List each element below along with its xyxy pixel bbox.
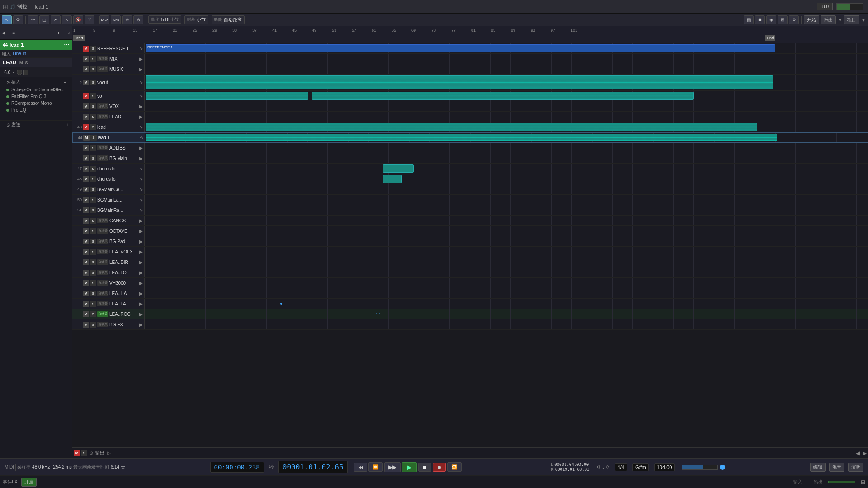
- solo-btn-adlibs[interactable]: S: [90, 145, 96, 151]
- master-solo-btn[interactable]: S: [81, 450, 87, 456]
- bar-display[interactable]: 00001.01.02.65: [278, 461, 348, 473]
- mute-btn-lead44[interactable]: M: [83, 135, 90, 141]
- mute-btn-choruhi[interactable]: M: [83, 166, 89, 172]
- volume-slider[interactable]: [836, 3, 863, 10]
- solo-btn-leahal[interactable]: S: [90, 291, 96, 296]
- solo-btn-choruhi[interactable]: S: [90, 166, 96, 172]
- clip-reference[interactable]: REFERENCE 1: [146, 44, 775, 52]
- auto-btn-learoc[interactable]: 自动关: [97, 311, 108, 317]
- open-btn[interactable]: 开启: [21, 478, 37, 487]
- master-monitor-btn[interactable]: ⊙: [90, 450, 93, 455]
- help-tool[interactable]: ?: [85, 15, 94, 24]
- track-content-bgmain[interactable]: [145, 153, 868, 163]
- volume-value[interactable]: -6.0: [3, 70, 10, 75]
- snap-mode-value[interactable]: 自动距离: [224, 17, 242, 23]
- track-content-gangs[interactable]: [145, 216, 868, 225]
- mute-tool[interactable]: 🔇: [73, 15, 83, 24]
- auto-btn-lead-folder[interactable]: 自动关: [97, 114, 108, 119]
- solo-btn-lead44[interactable]: S: [90, 135, 97, 141]
- plugin-item-3[interactable]: Pro EQ: [0, 107, 72, 113]
- auto-btn-octave[interactable]: 自动关: [97, 228, 108, 234]
- track-content-leahal[interactable]: [145, 288, 868, 298]
- pos-r-value[interactable]: 00019.01.03.03: [555, 467, 590, 472]
- solo-btn-gangs[interactable]: S: [90, 218, 96, 224]
- monitor-btn[interactable]: ◈: [766, 15, 776, 24]
- auto-btn-gangs[interactable]: 自动关: [97, 218, 108, 223]
- pos-l-value[interactable]: 00001.04.03.00: [554, 462, 589, 467]
- auto-btn-leavofx[interactable]: 自动关: [97, 249, 108, 254]
- markers-icon[interactable]: ♦: [57, 30, 60, 35]
- vol-expand-icon[interactable]: ⊞: [861, 479, 865, 485]
- collapse-icon[interactable]: ◀: [2, 30, 5, 35]
- master-volume-slider[interactable]: [682, 465, 718, 470]
- track-content-bgfx[interactable]: [145, 319, 868, 329]
- song-button[interactable]: 乐曲: [821, 15, 836, 24]
- snap-value[interactable]: 小节: [197, 17, 206, 23]
- key-value[interactable]: G#m: [635, 465, 646, 470]
- settings-icon-t[interactable]: ⚙: [597, 465, 601, 469]
- preview-btn-bottom[interactable]: 演听: [848, 463, 863, 472]
- eraser-tool[interactable]: ◻: [39, 15, 49, 24]
- mute-btn-ref[interactable]: M: [83, 46, 89, 52]
- auto-btn-adlibs[interactable]: 自动关: [97, 145, 108, 150]
- mute-btn-chorulo[interactable]: M: [83, 176, 89, 182]
- solo-btn-lealat[interactable]: S: [90, 301, 96, 307]
- track-content-mix[interactable]: [145, 54, 868, 64]
- track-content-leadir[interactable]: [145, 257, 868, 267]
- mute-btn-lead43[interactable]: M: [83, 124, 89, 130]
- go-start-btn[interactable]: ⏮: [354, 463, 367, 472]
- mute-s-btn[interactable]: M: [19, 61, 23, 65]
- solo-btn-chorulo[interactable]: S: [90, 176, 96, 182]
- auto-btn-vh3000[interactable]: 自动关: [97, 280, 108, 286]
- track-content-vh3000[interactable]: [145, 278, 868, 288]
- zoom-tool[interactable]: ⊕: [122, 15, 132, 24]
- plugin-add-btn[interactable]: +: [64, 80, 66, 85]
- start-button[interactable]: 开始: [804, 15, 819, 24]
- song-dropdown[interactable]: ▼: [837, 17, 843, 23]
- mute-btn-mix[interactable]: M: [83, 56, 89, 62]
- time-display[interactable]: 00:00:00.238: [210, 462, 264, 473]
- solo-btn-bgmla[interactable]: S: [90, 197, 96, 203]
- mute-btn-bgpad[interactable]: M: [83, 239, 89, 244]
- settings-btn[interactable]: ⚙: [789, 15, 799, 24]
- track-content-leavofx[interactable]: [145, 247, 868, 257]
- track-content-learoc[interactable]: ⠂⠂: [145, 309, 868, 319]
- mute-btn-bgmra[interactable]: M: [83, 207, 89, 213]
- send-header[interactable]: ⊙ 发送 +: [0, 121, 72, 129]
- mute-btn-leahal[interactable]: M: [83, 291, 89, 296]
- track-content-adlibs[interactable]: [145, 143, 868, 153]
- loop-btn-t[interactable]: 🔁: [447, 462, 462, 472]
- track-content-bgmra[interactable]: [145, 205, 868, 215]
- note-icon[interactable]: ♪: [68, 30, 70, 35]
- plugin-remove-btn[interactable]: -: [68, 80, 69, 85]
- mute-btn-bgmce[interactable]: M: [83, 187, 89, 192]
- quantize-value[interactable]: 1/16: [160, 17, 169, 22]
- input-value[interactable]: Line In L: [13, 51, 30, 56]
- skip-back-tool[interactable]: ⊲⊲: [111, 15, 121, 24]
- solo-btn-leadir[interactable]: S: [90, 259, 96, 265]
- solo-btn-vox[interactable]: S: [90, 103, 96, 109]
- solo-btn-music[interactable]: S: [90, 66, 96, 72]
- tempo-value[interactable]: 104.00: [657, 465, 672, 470]
- solo-btn-bgmce[interactable]: S: [90, 187, 96, 192]
- plugin-item-1[interactable]: FabFilter Pro-Q 3: [0, 93, 72, 100]
- solo-btn-vocut[interactable]: S: [90, 80, 96, 85]
- solo-s-btn[interactable]: S: [25, 61, 28, 65]
- solo-btn-bgmra[interactable]: S: [90, 207, 96, 213]
- track-content-choruhi[interactable]: [145, 164, 868, 174]
- record-btn-t[interactable]: ⏺: [433, 463, 446, 472]
- record-arm-btn[interactable]: [23, 70, 28, 75]
- mute-btn-octave[interactable]: M: [83, 228, 89, 234]
- track-content-bgpad[interactable]: [145, 236, 868, 246]
- clip-lead43[interactable]: [146, 123, 757, 131]
- track-content-lealol[interactable]: [145, 267, 868, 277]
- loop-tool[interactable]: ⟳: [13, 15, 23, 24]
- mute-btn-music[interactable]: M: [83, 66, 89, 72]
- project-button[interactable]: 项目: [844, 15, 859, 24]
- solo-btn-lead43[interactable]: S: [90, 124, 96, 130]
- send-add-btn[interactable]: +: [66, 122, 69, 127]
- auto-btn-leahal[interactable]: 自动关: [97, 291, 108, 296]
- solo-btn-leavofx[interactable]: S: [90, 249, 96, 255]
- pencil-tool[interactable]: ✏: [28, 15, 38, 24]
- track-content-chorulo[interactable]: [145, 174, 868, 184]
